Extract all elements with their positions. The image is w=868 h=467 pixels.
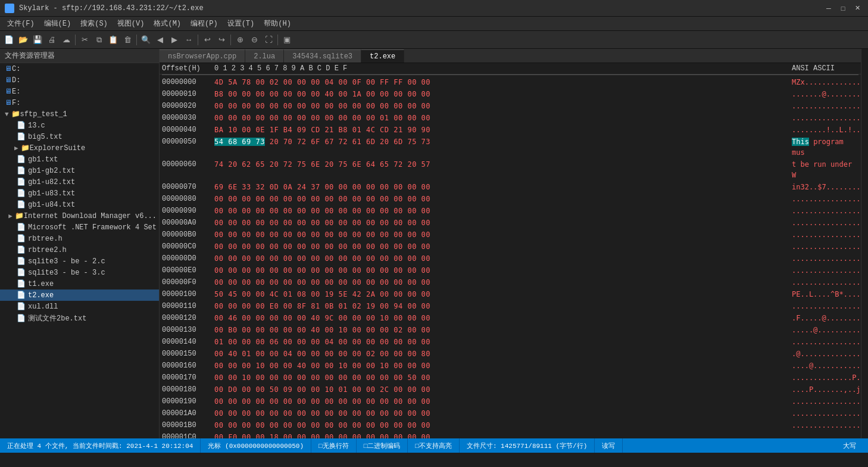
sidebar-item-label-17: sqlite3 - be - 2.c: [28, 257, 105, 266]
hex-row-22[interactable]: 0000016000 00 00 10 00 00 40 00 00 10 00…: [160, 360, 861, 372]
toolbar-paste[interactable]: 📋: [107, 33, 120, 46]
hex-row-11[interactable]: 000000B000 00 00 00 00 00 00 00 00 00 00…: [160, 229, 861, 241]
toolbar-cloud[interactable]: ☁: [60, 33, 73, 46]
tab-2[interactable]: 345434.sqlite3: [284, 49, 361, 63]
toolbar-next[interactable]: ▶: [168, 33, 181, 46]
sidebar-item-1[interactable]: 🖥 D:: [0, 74, 159, 86]
sidebar-item-15[interactable]: 📄rbtree.h: [0, 233, 159, 244]
sidebar-item-9[interactable]: 📄gb1-gb2.txt: [0, 165, 159, 176]
toolbar-sep-4: [230, 35, 231, 45]
hex-row-8[interactable]: 0000008000 00 00 00 00 00 00 00 00 00 00…: [160, 193, 861, 205]
sidebar-item-18[interactable]: 📄sqlite3 - be - 3.c: [0, 267, 159, 278]
sidebar-item-20[interactable]: 📄t2.exe: [0, 289, 159, 301]
hex-row-7[interactable]: 0000007069 6E 33 32 0D 0A 24 37 00 00 00…: [160, 181, 861, 193]
toolbar-zoom-in[interactable]: ⊕: [233, 33, 246, 46]
hex-offset-header: Offset(H): [162, 64, 214, 73]
drive-icon-1: 🖥: [5, 76, 12, 85]
hex-bytes-7: 69 6E 33 32 0D 0A 24 37 00 00 00 00 00 0…: [214, 182, 787, 192]
hex-row-0[interactable]: 000000004D 5A 78 00 02 00 00 00 04 00 0F…: [160, 76, 861, 88]
toolbar-print[interactable]: 🖨: [45, 33, 58, 46]
menu-help[interactable]: 帮助(H): [259, 17, 296, 31]
sidebar-item-21[interactable]: 📄xul.dll: [0, 301, 159, 312]
sidebar-item-8[interactable]: 📄gb1.txt: [0, 154, 159, 165]
menu-settings[interactable]: 设置(T): [223, 17, 260, 31]
sidebar-item-14[interactable]: 📄Microsoft .NET Framework 4 Set: [0, 222, 159, 233]
hex-row-27[interactable]: 000001B000 00 00 00 00 00 00 00 00 00 00…: [160, 419, 861, 431]
menu-program[interactable]: 编程(P): [186, 17, 223, 31]
sidebar-item-16[interactable]: 📄rbtree2.h: [0, 244, 159, 256]
sidebar-item-3[interactable]: 🖥 F:: [0, 97, 159, 108]
hex-row-13[interactable]: 000000D000 00 00 00 00 00 00 00 00 00 00…: [160, 253, 861, 264]
hex-ascii-3: ................: [787, 113, 858, 123]
sidebar-item-6[interactable]: 📄big5.txt: [0, 131, 159, 142]
maximize-button[interactable]: □: [837, 2, 849, 14]
tab-1[interactable]: 2.lua: [245, 49, 284, 63]
sidebar-item-12[interactable]: 📄gb1-u84.txt: [0, 199, 159, 210]
hex-bytes-10: 00 00 00 00 00 00 00 00 00 00 00 00 00 0…: [214, 217, 787, 228]
sidebar-item-10[interactable]: 📄gb1-u82.txt: [0, 176, 159, 188]
toolbar-fullscreen[interactable]: ⛶: [262, 33, 275, 46]
toolbar-save[interactable]: 💾: [31, 33, 44, 46]
hex-row-6[interactable]: 0000006074 20 62 65 20 72 75 6E 20 75 6E…: [160, 158, 861, 181]
toolbar-redo[interactable]: ↪: [215, 33, 228, 46]
hex-row-15[interactable]: 000000F000 00 00 00 00 00 00 00 00 00 00…: [160, 276, 861, 288]
hex-ascii-9: ................: [787, 206, 858, 216]
hex-row-4[interactable]: 00000040BA 10 00 0E 1F B4 09 CD 21 B8 01…: [160, 124, 861, 136]
sidebar-item-0[interactable]: 🖥 C:: [0, 63, 159, 74]
toolbar-open[interactable]: 📂: [17, 33, 30, 46]
toolbar-zoom-out[interactable]: ⊖: [248, 33, 261, 46]
sidebar-item-2[interactable]: 🖥 E:: [0, 86, 159, 97]
hex-row-3[interactable]: 0000003000 00 00 00 00 00 00 00 00 00 00…: [160, 112, 861, 124]
sidebar-item-13[interactable]: ▶ 📁 Internet Download Manager v6...: [0, 210, 159, 222]
sidebar-item-17[interactable]: 📄sqlite3 - be - 2.c: [0, 256, 159, 267]
sidebar-item-label-9: gb1-gb2.txt: [28, 167, 75, 175]
sidebar-item-11[interactable]: 📄gb1-u83.txt: [0, 188, 159, 199]
toolbar-new[interactable]: 📄: [2, 33, 15, 46]
toolbar-find[interactable]: 🔍: [139, 33, 152, 46]
toolbar-undo[interactable]: ↩: [201, 33, 214, 46]
hex-row-23[interactable]: 0000017000 00 10 00 00 00 00 00 00 00 00…: [160, 372, 861, 384]
close-button[interactable]: ✕: [851, 2, 863, 14]
hex-row-19[interactable]: 0000013000 B0 00 00 00 00 00 40 00 10 00…: [160, 324, 861, 336]
title-text: Skylark - sftp://192.168.43.231:22/~/t2.…: [19, 4, 823, 13]
hex-view[interactable]: Offset(H) 0 1 2 3 4 5 6 7 8 9 A B C D E …: [160, 63, 861, 438]
hex-row-18[interactable]: 0000012000 46 00 00 00 00 00 40 9C 00 00…: [160, 312, 861, 324]
minimize-button[interactable]: ─: [823, 2, 835, 14]
toolbar-replace[interactable]: ↔: [182, 33, 195, 46]
hex-row-24[interactable]: 0000018000 D0 00 00 50 09 00 00 10 01 00…: [160, 384, 861, 396]
sidebar-item-7[interactable]: ▶ 📁 ExplorerSuite: [0, 142, 159, 154]
toolbar-prev[interactable]: ◀: [154, 33, 167, 46]
hex-row-21[interactable]: 0000015000 40 01 00 00 04 00 00 00 00 00…: [160, 348, 861, 360]
sidebar-item-22[interactable]: 📄测试文件2be.txt: [0, 312, 159, 325]
tab-3[interactable]: t2.exe: [361, 49, 404, 63]
hex-row-16[interactable]: 0000010050 45 00 00 4C 01 08 00 19 5E 42…: [160, 288, 861, 300]
tab-0[interactable]: nsBrowserApp.cpp: [160, 49, 245, 63]
hex-row-2[interactable]: 0000002000 00 00 00 00 00 00 00 00 00 00…: [160, 100, 861, 112]
menu-bar: 文件(F) 编辑(E) 搜索(S) 视图(V) 格式(M) 编程(P) 设置(T…: [0, 17, 868, 31]
hex-row-14[interactable]: 000000E000 00 00 00 00 00 00 00 00 00 00…: [160, 264, 861, 276]
hex-row-9[interactable]: 0000009000 00 00 00 00 00 00 00 00 00 00…: [160, 205, 861, 217]
hex-row-10[interactable]: 000000A000 00 00 00 00 00 00 00 00 00 00…: [160, 217, 861, 229]
sidebar-item-5[interactable]: 📄13.c: [0, 120, 159, 131]
hex-ascii-12: ................: [787, 241, 858, 252]
hex-row-12[interactable]: 000000C000 00 00 00 00 00 00 00 00 00 00…: [160, 241, 861, 253]
toolbar-copy[interactable]: ⧉: [92, 33, 105, 46]
hex-row-28[interactable]: 000001C000 F0 00 00 18 00 00 00 00 00 00…: [160, 431, 861, 438]
menu-file[interactable]: 文件(F): [2, 17, 39, 31]
hex-row-26[interactable]: 000001A000 00 00 00 00 00 00 00 00 00 00…: [160, 407, 861, 419]
toolbar-terminal[interactable]: ▣: [280, 33, 294, 46]
toolbar-delete[interactable]: 🗑: [121, 33, 134, 46]
sidebar-item-19[interactable]: 📄t1.exe: [0, 278, 159, 289]
menu-view[interactable]: 视图(V): [113, 17, 149, 31]
hex-row-20[interactable]: 0000014001 00 00 00 06 00 00 00 04 00 00…: [160, 336, 861, 348]
menu-edit[interactable]: 编辑(E): [39, 17, 76, 31]
hex-row-25[interactable]: 0000019000 00 00 00 00 00 00 00 00 00 00…: [160, 396, 861, 407]
sidebar-item-4[interactable]: ▼ 📁 sftp_test_1: [0, 108, 159, 120]
toolbar-cut[interactable]: ✂: [78, 33, 91, 46]
menu-search[interactable]: 搜索(S): [76, 17, 113, 31]
menu-format[interactable]: 格式(M): [149, 17, 186, 31]
hex-row-1[interactable]: 00000010B8 00 00 00 00 00 00 00 40 00 1A…: [160, 88, 861, 100]
hex-row-5[interactable]: 0000005054 68 69 73 20 70 72 6F 67 72 61…: [160, 136, 861, 158]
hex-row-17[interactable]: 0000011000 00 00 00 E0 00 8F 81 0B 01 02…: [160, 300, 861, 312]
scrollbar-right[interactable]: [861, 49, 868, 438]
